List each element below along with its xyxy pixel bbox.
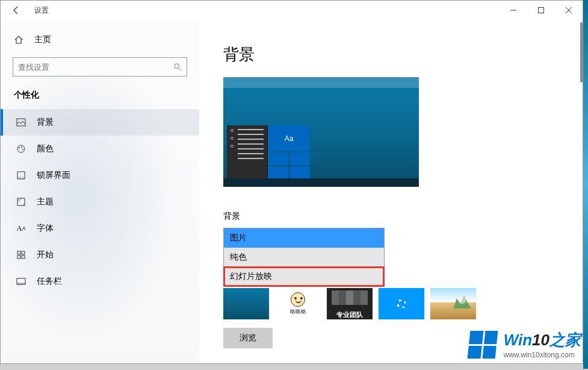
home-label: 主页	[34, 34, 51, 45]
sidebar-item-lockscreen[interactable]: 锁屏界面	[1, 162, 199, 189]
close-icon	[566, 7, 572, 13]
content-area: 背景 Aa 背景 图片 纯色 幻灯片放映 略略略	[199, 20, 583, 363]
watermark-text: Win10之家 www.win10xitong.com	[504, 330, 581, 359]
maximize-button[interactable]	[527, 1, 555, 20]
windows-logo-icon	[467, 331, 498, 359]
svg-point-10	[22, 149, 23, 150]
theme-icon	[16, 197, 26, 207]
sidebar-item-label: 锁屏界面	[37, 170, 70, 181]
thumbnail-4[interactable]	[379, 288, 424, 319]
taskbar-icon	[16, 277, 26, 286]
sidebar-item-fonts[interactable]: AA 字体	[1, 215, 199, 242]
thumbnail-5[interactable]	[430, 288, 476, 319]
window-title: 设置	[34, 5, 49, 16]
body: 主页 个性化 背景 颜色 锁屏界面 主题	[1, 20, 583, 363]
thumbnail-3[interactable]: 专业团队	[327, 288, 373, 319]
background-label: 背景	[223, 211, 559, 222]
sidebar-item-label: 颜色	[37, 143, 54, 154]
palette-icon	[16, 144, 26, 154]
svg-rect-15	[22, 251, 25, 254]
sidebar-item-label: 字体	[37, 223, 54, 234]
lockscreen-icon	[16, 171, 26, 180]
background-preview: Aa	[223, 77, 419, 187]
sidebar: 主页 个性化 背景 颜色 锁屏界面 主题	[1, 20, 199, 363]
section-header: 个性化	[1, 86, 199, 109]
svg-rect-16	[17, 256, 20, 259]
font-icon: AA	[16, 224, 26, 233]
page-title: 背景	[223, 44, 559, 65]
picture-thumbnails: 略略略 专业团队	[223, 288, 559, 319]
sidebar-item-start[interactable]: 开始	[1, 242, 199, 268]
sidebar-item-label: 背景	[37, 117, 54, 128]
settings-window: 设置 主页 个性化 背景 颜色	[0, 0, 583, 364]
picture-icon	[16, 118, 26, 127]
sidebar-item-taskbar[interactable]: 任务栏	[1, 268, 199, 295]
sidebar-item-label: 主题	[37, 196, 54, 207]
svg-rect-19	[17, 283, 25, 284]
sidebar-item-themes[interactable]: 主题	[1, 189, 199, 215]
thumbnail-1[interactable]	[223, 288, 269, 319]
titlebar: 设置	[1, 1, 583, 20]
preview-tile-sample: Aa	[268, 125, 310, 151]
search-input[interactable]	[13, 57, 187, 77]
close-button[interactable]	[555, 1, 583, 20]
start-icon	[16, 250, 26, 260]
back-button[interactable]	[5, 1, 27, 20]
preview-taskbar	[223, 178, 419, 187]
svg-rect-1	[539, 8, 544, 13]
sidebar-item-label: 任务栏	[37, 276, 62, 287]
sidebar-item-label: 开始	[37, 249, 54, 260]
wm-brand-a: Win	[504, 331, 532, 349]
dropdown-option-solid[interactable]: 纯色	[224, 248, 384, 267]
window-controls	[500, 1, 583, 20]
browse-button[interactable]: 浏览	[223, 328, 273, 348]
svg-point-4	[175, 64, 179, 69]
maximize-icon	[538, 7, 544, 13]
svg-rect-14	[17, 251, 20, 254]
scrollbar-vertical[interactable]	[580, 22, 583, 83]
wm-brand-b: 10	[532, 331, 549, 349]
thumbnail-3-caption: 专业团队	[336, 310, 363, 319]
search-field[interactable]	[18, 63, 173, 72]
home-icon	[14, 35, 23, 45]
right-edge-decor	[583, 0, 588, 369]
preview-tiles: Aa	[268, 125, 310, 178]
svg-point-7	[17, 145, 25, 152]
wm-url: www.win10xitong.com	[504, 351, 581, 359]
wm-brand-c: 之家	[549, 331, 581, 349]
background-type-dropdown[interactable]: 图片 纯色 幻灯片放映	[223, 228, 385, 287]
dropdown-option-picture[interactable]: 图片	[224, 228, 384, 248]
svg-rect-12	[17, 177, 25, 179]
minimize-icon	[510, 7, 516, 13]
minimize-button[interactable]	[500, 1, 527, 20]
home-link[interactable]: 主页	[1, 30, 199, 51]
watermark: Win10之家 www.win10xitong.com	[469, 330, 581, 359]
svg-point-9	[21, 146, 22, 148]
thumbnail-2[interactable]: 略略略	[275, 288, 321, 319]
sidebar-item-background[interactable]: 背景	[1, 109, 199, 136]
svg-rect-17	[22, 256, 25, 259]
search-icon	[173, 63, 182, 71]
sidebar-item-colors[interactable]: 颜色	[1, 136, 199, 162]
svg-point-8	[19, 147, 20, 148]
thumbnail-2-caption: 略略略	[290, 308, 306, 316]
dropdown-option-slideshow[interactable]: 幻灯片放映	[224, 267, 384, 286]
svg-line-5	[179, 68, 181, 71]
arrow-left-icon	[11, 5, 21, 15]
preview-start-menu	[227, 125, 268, 178]
